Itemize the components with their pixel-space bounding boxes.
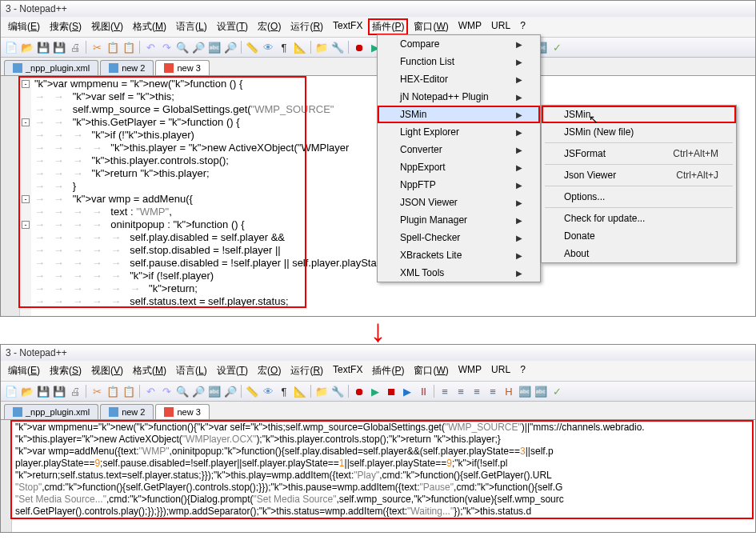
menu-item[interactable]: Spell-Checker▶	[378, 229, 540, 246]
toolbar-button[interactable]: ▶	[368, 384, 382, 398]
menu-item[interactable]: 设置(T)	[213, 362, 252, 379]
toolbar-button[interactable]: 📁	[314, 384, 329, 398]
menu-item[interactable]: 编辑(E)	[4, 362, 44, 379]
menu-item[interactable]: 设置(T)	[213, 18, 252, 35]
menu-item[interactable]: 搜索(S)	[46, 362, 86, 379]
menu-item[interactable]: JSON Viewer▶	[378, 194, 540, 211]
menu-item[interactable]: 视图(V)	[87, 362, 127, 379]
toolbar-button[interactable]: 👁	[261, 384, 275, 398]
toolbar-button[interactable]: 🔤	[518, 384, 532, 398]
menu-item[interactable]: NppExport▶	[378, 158, 540, 176]
toolbar-button[interactable]: 🔎	[191, 40, 206, 54]
toolbar-button[interactable]: 🖨	[68, 40, 82, 54]
menu-item[interactable]: 窗口(W)	[410, 18, 452, 35]
menu-item[interactable]: 格式(M)	[129, 18, 170, 35]
toolbar-button[interactable]: 📂	[20, 384, 34, 398]
toolbar-button[interactable]: ↷	[159, 40, 174, 54]
toolbar-button[interactable]: 📏	[245, 40, 259, 54]
menu-item[interactable]: TextFX	[329, 362, 366, 379]
menu-item[interactable]: 宏(O)	[254, 18, 285, 35]
toolbar-button[interactable]: 📁	[314, 40, 329, 54]
toolbar-button[interactable]: 🔎	[223, 40, 238, 54]
toolbar-button[interactable]: ⏺	[352, 384, 366, 398]
fold-toggle[interactable]: -	[22, 221, 30, 229]
menu-item[interactable]: Options...	[542, 188, 736, 206]
menu-item[interactable]: Check for update...	[542, 210, 736, 227]
toolbar-button[interactable]: 💾	[52, 40, 66, 54]
menu-item[interactable]: WMP	[454, 18, 486, 35]
toolbar-button[interactable]: ⏺	[352, 40, 366, 54]
toolbar-button[interactable]: ✓	[550, 384, 564, 398]
menu-item[interactable]: 运行(R)	[286, 18, 327, 35]
menu-item[interactable]: 编辑(E)	[4, 18, 44, 35]
toolbar-button[interactable]: 📄	[4, 384, 18, 398]
toolbar-button[interactable]: 🔤	[534, 384, 548, 398]
toolbar-button[interactable]: ↷	[159, 384, 174, 398]
fold-toggle[interactable]: -	[22, 80, 30, 88]
toolbar-button[interactable]: 💾	[36, 384, 50, 398]
tab[interactable]: _npp_plugin.xml	[4, 60, 98, 75]
menu-item[interactable]: JSMin▶	[378, 106, 540, 123]
toolbar-button[interactable]: ✓	[550, 40, 564, 54]
fold-toggle[interactable]: -	[22, 195, 30, 203]
menu-item[interactable]: Converter▶	[378, 141, 540, 158]
menu-item[interactable]: Compare▶	[378, 35, 540, 53]
toolbar-button[interactable]: ↶	[143, 40, 158, 54]
fold-toggle[interactable]: -	[22, 118, 30, 126]
menu-item[interactable]: Function List▶	[378, 53, 540, 70]
menu-item[interactable]: XML Tools▶	[378, 264, 540, 282]
menu-item[interactable]: 搜索(S)	[46, 18, 86, 35]
menu-item[interactable]: JSFormatCtrl+Alt+M	[542, 145, 736, 162]
toolbar-button[interactable]: ⏹	[384, 384, 398, 398]
menu-item[interactable]: 插件(P)	[368, 362, 408, 379]
toolbar-button[interactable]: ≡	[454, 384, 468, 398]
menu-item[interactable]: JSMin	[542, 106, 736, 123]
toolbar-button[interactable]: 📋	[106, 40, 120, 54]
toolbar-button[interactable]: 🔧	[330, 40, 345, 54]
menu-item[interactable]: JSMin (New file)	[542, 123, 736, 141]
toolbar-button[interactable]: 📏	[245, 384, 259, 398]
menu-item[interactable]: 宏(O)	[254, 362, 285, 379]
toolbar-button[interactable]: ¶	[277, 40, 291, 54]
tab[interactable]: new 2	[100, 60, 154, 75]
toolbar-button[interactable]: 💾	[36, 40, 50, 54]
toolbar-button[interactable]: ↶	[143, 384, 158, 398]
menu-item[interactable]: About	[542, 245, 736, 262]
tab[interactable]: new 2	[100, 404, 154, 419]
toolbar-button[interactable]: ▶	[400, 384, 414, 398]
toolbar-button[interactable]: 🖨	[68, 384, 82, 398]
toolbar-button[interactable]: ≡	[438, 384, 452, 398]
menu-item[interactable]: 视图(V)	[87, 18, 127, 35]
toolbar-button[interactable]: ≡	[470, 384, 484, 398]
menu-item[interactable]: URL	[487, 362, 514, 379]
menu-item[interactable]: Donate	[542, 227, 736, 245]
toolbar-button[interactable]: 🔧	[330, 384, 345, 398]
menu-item[interactable]: ?	[516, 18, 530, 35]
menu-item[interactable]: 语言(L)	[172, 18, 211, 35]
menu-item[interactable]: XBrackets Lite▶	[378, 246, 540, 264]
toolbar-button[interactable]: 🔍	[175, 40, 190, 54]
toolbar-button[interactable]: 🔤	[207, 384, 222, 398]
menu-item[interactable]: 运行(R)	[286, 362, 327, 379]
menu-item[interactable]: NppFTP▶	[378, 176, 540, 194]
tab[interactable]: new 3	[155, 60, 209, 75]
menu-item[interactable]: Light Explorer▶	[378, 123, 540, 141]
toolbar-button[interactable]: 🔍	[175, 384, 190, 398]
toolbar-button[interactable]: 🔎	[223, 384, 238, 398]
tab[interactable]: new 3	[155, 404, 209, 419]
menu-item[interactable]: 格式(M)	[129, 362, 170, 379]
toolbar-button[interactable]: 📄	[4, 40, 18, 54]
toolbar-button[interactable]: 📋	[122, 40, 136, 54]
menu-item[interactable]: URL	[487, 18, 514, 35]
toolbar-button[interactable]: ¶	[277, 384, 291, 398]
toolbar-button[interactable]: 📐	[293, 384, 307, 398]
toolbar-button[interactable]: ⏸	[416, 384, 430, 398]
menu-item[interactable]: 窗口(W)	[410, 362, 452, 379]
code-area-bottom[interactable]: "k">var wmpmenu="k">new("k">function(){"…	[12, 420, 648, 532]
toolbar-button[interactable]: 📐	[293, 40, 307, 54]
toolbar-button[interactable]: H	[502, 384, 516, 398]
toolbar-button[interactable]: ✂	[90, 40, 104, 54]
toolbar-button[interactable]: 📂	[20, 40, 34, 54]
toolbar-button[interactable]: 💾	[52, 384, 66, 398]
menu-item[interactable]: jN Notepad++ Plugin▶	[378, 88, 540, 106]
